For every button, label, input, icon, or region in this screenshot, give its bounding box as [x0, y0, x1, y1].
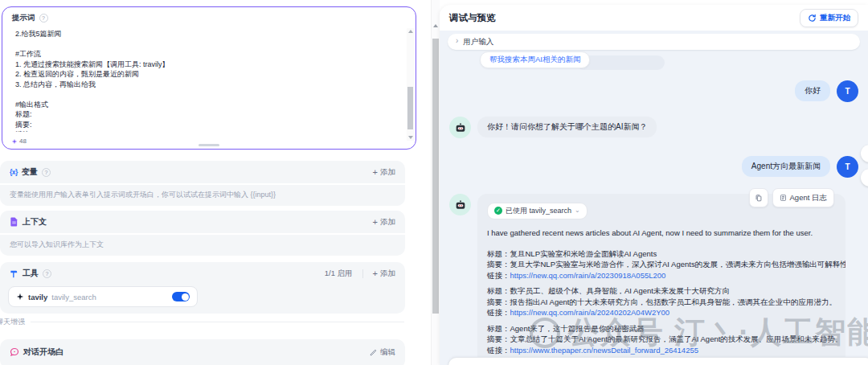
add-tool-label: 添加: [380, 269, 395, 279]
news-item: 标题：Agent来了，这十篇报告是你的秘密武器 摘要：文章总结了十篇关于AI A…: [487, 323, 836, 356]
agent-log-label: Agent 日志: [790, 193, 827, 203]
link-label: 链接：: [487, 346, 510, 355]
divider-line: [31, 322, 404, 322]
news-link-line: 链接：https://new.qq.com/rain/a/20240202A04…: [487, 307, 836, 318]
copy-button[interactable]: [749, 188, 768, 207]
news-item: 标题：数字员工、超级个体、具身智能，AI Agent未来发展十大研究方向 摘要：…: [487, 285, 836, 318]
link-label: 链接：: [487, 271, 510, 280]
edit-opener-button[interactable]: 编辑: [370, 347, 395, 358]
section-variables: {x} 变量 ? + 添加 变量能使用用户输入表单引入提示词或开场白，你可以试试…: [0, 161, 405, 206]
restart-button[interactable]: 重新开始: [800, 9, 858, 27]
bot-avatar: [449, 194, 471, 215]
news-link[interactable]: https://new.qq.com/rain/a/20240202A04W2Y…: [510, 308, 670, 317]
news-summary: 摘要：文章总结了十篇关于AI Agent的最新研究报告，涵盖了AI Agent的…: [487, 334, 836, 345]
tools-title: 工具: [23, 268, 39, 279]
news-summary: 摘要：复旦大学NLP实验室与米哈游合作，深入探讨AI Agents的发展，强调未…: [487, 259, 836, 270]
tools-icon: [10, 269, 18, 278]
tools-header: 工具 ? 1/1 启用 + 添加: [0, 262, 405, 285]
add-tool-button[interactable]: + 添加: [373, 269, 395, 279]
tavily-icon: [16, 293, 24, 301]
help-icon[interactable]: ?: [39, 14, 48, 23]
check-icon: ✓: [494, 207, 502, 215]
user-avatar: T: [837, 80, 858, 102]
message-user: Agent方向最新新闻 T: [449, 156, 858, 178]
prompt-editor-card: 提示词 ? 2.给我5篇新闻 #工作流 1. 先通过搜索技能搜索新闻【调用工具:…: [2, 6, 416, 150]
context-header: 上下文 + 添加: [0, 211, 405, 233]
news-link[interactable]: https://new.qq.com/rain/a/20230918A055L2…: [510, 271, 666, 280]
user-input-collapse-bar[interactable]: › 用户输入: [448, 34, 860, 50]
chat-area: › 用户输入 帮我搜索本周AI相关的新闻 你好 T 你好！请问你想了解关于哪个主…: [440, 31, 868, 365]
context-title: 上下文: [23, 216, 47, 228]
agent-log-button[interactable]: Agent 日志: [772, 188, 834, 207]
message-actions: Agent 日志: [749, 188, 834, 207]
editor-scrollbar-thumb[interactable]: [407, 87, 413, 129]
variables-header: {x} 变量 ? + 添加: [0, 161, 405, 183]
log-icon: [780, 194, 787, 202]
link-label: 链接：: [487, 308, 510, 317]
restart-icon: [808, 14, 817, 23]
add-variable-button[interactable]: + 添加: [373, 167, 395, 178]
prompt-editor[interactable]: 2.给我5篇新闻 #工作流 1. 先通过搜索技能搜索新闻【调用工具: travi…: [2, 26, 416, 132]
message-assistant-result: Agent 日志 ✓ 已使用 tavily_search ⌄ I have ga…: [449, 194, 858, 365]
help-icon[interactable]: ?: [42, 168, 51, 177]
debug-header: 调试与预览 重新开始: [440, 5, 868, 31]
section-tools: 工具 ? 1/1 启用 + 添加 tavily tavily_search: [0, 262, 405, 314]
tool-toggle[interactable]: [172, 292, 190, 301]
document-icon: [10, 217, 18, 227]
config-panel: 提示词 ? 2.给我5篇新闻 #工作流 1. 先通过搜索技能搜索新闻【调用工具:…: [0, 0, 429, 365]
add-context-label: 添加: [380, 217, 395, 228]
variable-icon: {x}: [10, 168, 18, 176]
page-scrollbar-thumb[interactable]: [432, 39, 439, 314]
news-title: 标题：复旦NLP实验室和米哈游全面解读AI Agents: [487, 248, 836, 260]
news-summary: 摘要：报告指出AI Agent的十大未来研究方向，包括数字员工和具身智能，强调其…: [487, 297, 836, 308]
debug-title: 调试与预览: [449, 12, 496, 24]
suggestion-row: 帮我搜索本周AI相关的新闻: [480, 51, 868, 69]
prompt-header: 提示词 ?: [2, 7, 416, 26]
message-list: 你好 T 你好！请问你想了解关于哪个主题的AI新闻？ Agent方向最新新闻 T: [440, 80, 868, 365]
news-title: 标题：Agent来了，这十篇报告是你的秘密武器: [487, 323, 836, 334]
opener-header: 对话开场白 编辑: [0, 339, 405, 365]
resize-handle[interactable]: [199, 144, 219, 146]
tool-used-label: 已使用 tavily_search: [506, 206, 571, 216]
message-bubble: 你好！请问你想了解关于哪个主题的AI新闻？: [477, 117, 657, 137]
prompt-word-count: 48: [11, 137, 27, 145]
chat-input[interactable]: [448, 357, 868, 365]
tools-enabled-count: 1/1 启用: [325, 269, 353, 279]
add-variable-label: 添加: [380, 167, 395, 178]
plus-icon: +: [373, 169, 378, 176]
context-description: 您可以导入知识库作为上下文: [0, 233, 405, 250]
user-input-label: 用户输入: [463, 37, 493, 47]
variables-title: 变量: [22, 166, 38, 178]
message-user: 你好 T: [449, 80, 858, 102]
group-divider-label: 聊天增强: [0, 317, 25, 327]
tool-card-tavily[interactable]: tavily tavily_search: [8, 286, 198, 307]
bot-avatar: [449, 117, 471, 138]
agent-thought: I have gathered recent news articles abo…: [487, 228, 836, 239]
message-bubble: 你好: [795, 80, 830, 101]
news-link-line: 链接：https://new.qq.com/rain/a/20230918A05…: [487, 270, 836, 281]
copy-icon: [755, 194, 763, 203]
editor-scrollbar[interactable]: [407, 28, 414, 141]
variables-description: 变量能使用用户输入表单引入提示词或开场白，你可以试试在提示词中输入 {{inpu…: [0, 183, 405, 200]
chat-opener-icon: [10, 347, 19, 357]
help-icon[interactable]: ?: [43, 269, 51, 278]
plus-icon: +: [373, 270, 378, 277]
group-divider-chat-enhance: 聊天增强: [0, 317, 404, 327]
message-bubble: ✓ 已使用 tavily_search ⌄ I have gathered re…: [477, 194, 845, 365]
page-scrollbar[interactable]: [431, 0, 440, 365]
tool-used-chip[interactable]: ✓ 已使用 tavily_search ⌄: [487, 203, 588, 219]
news-item: 标题：复旦NLP实验室和米哈游全面解读AI Agents 摘要：复旦大学NLP实…: [487, 248, 836, 281]
section-context: 上下文 + 添加 您可以导入知识库作为上下文: [0, 211, 405, 256]
tool-name: tavily_search: [51, 293, 96, 301]
word-count-value: 48: [19, 137, 27, 145]
news-link[interactable]: https://www.thepaper.cn/newsDetail_forwa…: [510, 346, 698, 355]
add-context-button[interactable]: + 添加: [373, 217, 395, 228]
prompt-title: 提示词: [12, 13, 35, 23]
section-opener: 对话开场白 编辑: [0, 339, 405, 365]
news-link-line: 链接：https://www.thepaper.cn/newsDetail_fo…: [487, 345, 836, 356]
plus-icon: +: [373, 219, 378, 226]
debug-preview-panel: 调试与预览 重新开始 › 用户输入 帮我搜索本周AI相关的新闻 你好 T 你好！…: [440, 5, 868, 365]
chevron-right-icon: ›: [456, 37, 458, 45]
divider: [362, 269, 363, 278]
suggestion-chip[interactable]: 帮我搜索本周AI相关的新闻: [480, 51, 590, 68]
